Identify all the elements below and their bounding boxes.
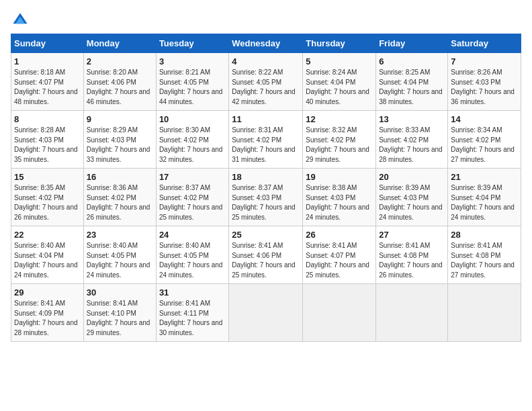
day-number: 15 — [14, 172, 81, 182]
day-cell: 7Sunrise: 8:26 AMSunset: 4:03 PMDaylight… — [448, 53, 521, 111]
day-cell: 23Sunrise: 8:40 AMSunset: 4:05 PMDayligh… — [83, 226, 156, 284]
day-cell: 16Sunrise: 8:36 AMSunset: 4:02 PMDayligh… — [83, 169, 156, 226]
day-cell: 10Sunrise: 8:30 AMSunset: 4:02 PMDayligh… — [156, 111, 228, 169]
day-info: Sunrise: 8:39 AMSunset: 4:04 PMDaylight:… — [451, 184, 515, 221]
day-number: 13 — [379, 114, 445, 124]
calendar-table: SundayMondayTuesdayWednesdayThursdayFrid… — [11, 34, 521, 342]
day-cell: 14Sunrise: 8:34 AMSunset: 4:02 PMDayligh… — [448, 111, 521, 169]
day-info: Sunrise: 8:18 AMSunset: 4:07 PMDaylight:… — [14, 68, 78, 105]
day-info: Sunrise: 8:38 AMSunset: 4:03 PMDaylight:… — [306, 184, 369, 221]
day-number: 5 — [306, 56, 373, 66]
day-number: 23 — [87, 230, 153, 240]
day-number: 22 — [14, 230, 81, 240]
week-row-1: 1Sunrise: 8:18 AMSunset: 4:07 PMDaylight… — [11, 53, 521, 111]
week-row-2: 8Sunrise: 8:28 AMSunset: 4:03 PMDaylight… — [11, 111, 521, 169]
day-info: Sunrise: 8:40 AMSunset: 4:05 PMDaylight:… — [87, 242, 150, 279]
day-cell — [303, 284, 376, 342]
day-number: 20 — [379, 172, 445, 182]
day-info: Sunrise: 8:22 AMSunset: 4:05 PMDaylight:… — [232, 68, 296, 105]
day-number: 30 — [87, 287, 153, 298]
day-cell: 11Sunrise: 8:31 AMSunset: 4:02 PMDayligh… — [229, 111, 303, 169]
day-number: 21 — [451, 172, 518, 182]
day-info: Sunrise: 8:21 AMSunset: 4:05 PMDaylight:… — [159, 68, 223, 105]
day-info: Sunrise: 8:25 AMSunset: 4:04 PMDaylight:… — [379, 68, 443, 105]
page-header — [11, 11, 521, 30]
day-number: 17 — [159, 172, 226, 182]
day-cell: 8Sunrise: 8:28 AMSunset: 4:03 PMDaylight… — [11, 111, 84, 169]
day-cell: 29Sunrise: 8:41 AMSunset: 4:09 PMDayligh… — [11, 284, 84, 342]
week-row-5: 29Sunrise: 8:41 AMSunset: 4:09 PMDayligh… — [11, 284, 521, 342]
header-thursday: Thursday — [303, 34, 376, 53]
day-number: 16 — [87, 172, 153, 182]
day-cell: 28Sunrise: 8:41 AMSunset: 4:08 PMDayligh… — [448, 226, 521, 284]
day-cell: 21Sunrise: 8:39 AMSunset: 4:04 PMDayligh… — [448, 169, 521, 226]
day-info: Sunrise: 8:29 AMSunset: 4:03 PMDaylight:… — [87, 126, 150, 163]
day-info: Sunrise: 8:34 AMSunset: 4:02 PMDaylight:… — [451, 126, 515, 163]
calendar-header: SundayMondayTuesdayWednesdayThursdayFrid… — [11, 34, 521, 53]
day-cell: 31Sunrise: 8:41 AMSunset: 4:11 PMDayligh… — [156, 284, 228, 342]
day-cell: 30Sunrise: 8:41 AMSunset: 4:10 PMDayligh… — [83, 284, 156, 342]
day-number: 6 — [379, 56, 445, 66]
day-info: Sunrise: 8:41 AMSunset: 4:08 PMDaylight:… — [451, 242, 515, 279]
day-number: 19 — [306, 172, 373, 182]
day-number: 31 — [159, 287, 226, 298]
header-sunday: Sunday — [11, 34, 84, 53]
day-info: Sunrise: 8:24 AMSunset: 4:04 PMDaylight:… — [306, 68, 369, 105]
day-cell: 12Sunrise: 8:32 AMSunset: 4:02 PMDayligh… — [303, 111, 376, 169]
day-cell: 26Sunrise: 8:41 AMSunset: 4:07 PMDayligh… — [303, 226, 376, 284]
week-row-4: 22Sunrise: 8:40 AMSunset: 4:04 PMDayligh… — [11, 226, 521, 284]
day-info: Sunrise: 8:31 AMSunset: 4:02 PMDaylight:… — [232, 126, 296, 163]
day-number: 24 — [159, 230, 226, 240]
day-cell: 17Sunrise: 8:37 AMSunset: 4:02 PMDayligh… — [156, 169, 228, 226]
day-info: Sunrise: 8:41 AMSunset: 4:06 PMDaylight:… — [232, 242, 296, 279]
day-info: Sunrise: 8:41 AMSunset: 4:11 PMDaylight:… — [159, 300, 223, 336]
logo-icon — [11, 11, 30, 30]
day-info: Sunrise: 8:41 AMSunset: 4:07 PMDaylight:… — [306, 242, 369, 279]
day-cell: 4Sunrise: 8:22 AMSunset: 4:05 PMDaylight… — [229, 53, 303, 111]
day-number: 2 — [87, 56, 153, 66]
day-cell — [376, 284, 448, 342]
day-cell — [448, 284, 521, 342]
day-info: Sunrise: 8:37 AMSunset: 4:02 PMDaylight:… — [159, 184, 223, 221]
day-info: Sunrise: 8:41 AMSunset: 4:09 PMDaylight:… — [14, 300, 78, 336]
day-number: 29 — [14, 287, 81, 298]
calendar-body: 1Sunrise: 8:18 AMSunset: 4:07 PMDaylight… — [11, 53, 521, 342]
day-number: 26 — [306, 230, 373, 240]
day-cell: 19Sunrise: 8:38 AMSunset: 4:03 PMDayligh… — [303, 169, 376, 226]
day-cell: 1Sunrise: 8:18 AMSunset: 4:07 PMDaylight… — [11, 53, 84, 111]
day-cell: 15Sunrise: 8:35 AMSunset: 4:02 PMDayligh… — [11, 169, 84, 226]
day-info: Sunrise: 8:39 AMSunset: 4:03 PMDaylight:… — [379, 184, 443, 221]
day-cell: 13Sunrise: 8:33 AMSunset: 4:02 PMDayligh… — [376, 111, 448, 169]
day-number: 4 — [232, 56, 300, 66]
header-saturday: Saturday — [448, 34, 521, 53]
header-monday: Monday — [83, 34, 156, 53]
day-info: Sunrise: 8:28 AMSunset: 4:03 PMDaylight:… — [14, 126, 78, 163]
day-cell: 24Sunrise: 8:40 AMSunset: 4:05 PMDayligh… — [156, 226, 228, 284]
day-number: 8 — [14, 114, 81, 124]
header-tuesday: Tuesday — [156, 34, 228, 53]
day-cell: 25Sunrise: 8:41 AMSunset: 4:06 PMDayligh… — [229, 226, 303, 284]
day-cell: 9Sunrise: 8:29 AMSunset: 4:03 PMDaylight… — [83, 111, 156, 169]
week-row-3: 15Sunrise: 8:35 AMSunset: 4:02 PMDayligh… — [11, 169, 521, 226]
day-info: Sunrise: 8:37 AMSunset: 4:03 PMDaylight:… — [232, 184, 296, 221]
day-cell: 2Sunrise: 8:20 AMSunset: 4:06 PMDaylight… — [83, 53, 156, 111]
day-info: Sunrise: 8:35 AMSunset: 4:02 PMDaylight:… — [14, 184, 78, 221]
day-info: Sunrise: 8:32 AMSunset: 4:02 PMDaylight:… — [306, 126, 369, 163]
day-info: Sunrise: 8:33 AMSunset: 4:02 PMDaylight:… — [379, 126, 443, 163]
day-info: Sunrise: 8:26 AMSunset: 4:03 PMDaylight:… — [451, 68, 515, 105]
day-number: 10 — [159, 114, 226, 124]
day-cell: 27Sunrise: 8:41 AMSunset: 4:08 PMDayligh… — [376, 226, 448, 284]
day-cell: 22Sunrise: 8:40 AMSunset: 4:04 PMDayligh… — [11, 226, 84, 284]
day-cell — [229, 284, 303, 342]
day-number: 14 — [451, 114, 518, 124]
day-cell: 3Sunrise: 8:21 AMSunset: 4:05 PMDaylight… — [156, 53, 228, 111]
day-number: 18 — [232, 172, 300, 182]
day-number: 28 — [451, 230, 518, 240]
header-friday: Friday — [376, 34, 448, 53]
day-info: Sunrise: 8:20 AMSunset: 4:06 PMDaylight:… — [87, 68, 150, 105]
day-cell: 5Sunrise: 8:24 AMSunset: 4:04 PMDaylight… — [303, 53, 376, 111]
day-number: 1 — [14, 56, 81, 66]
day-cell: 18Sunrise: 8:37 AMSunset: 4:03 PMDayligh… — [229, 169, 303, 226]
day-number: 11 — [232, 114, 300, 124]
day-number: 3 — [159, 56, 226, 66]
